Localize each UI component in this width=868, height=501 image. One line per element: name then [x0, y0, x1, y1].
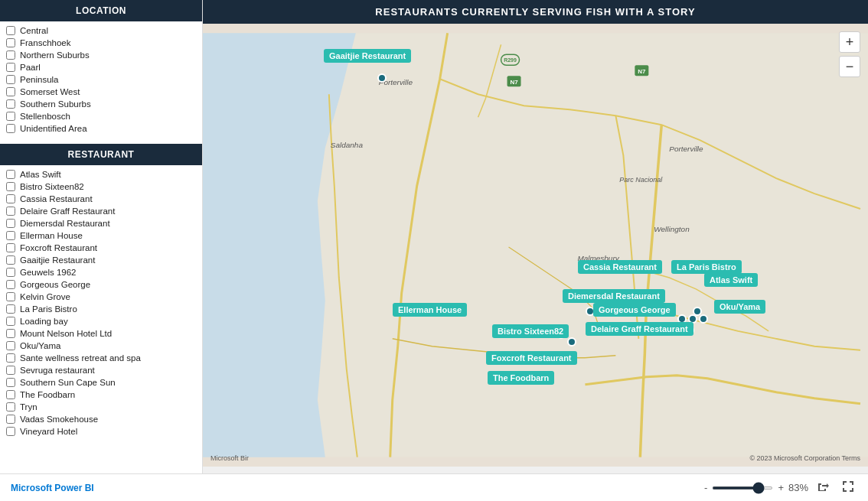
bottom-right-controls: - + 83%: [704, 479, 857, 496]
zoom-in-button[interactable]: +: [839, 31, 860, 53]
location-label-0: Central: [20, 26, 48, 35]
restaurant-item-4[interactable]: Diemersdal Restaurant: [6, 217, 196, 229]
restaurant-list: Atlas SwiftBistro Sixteen82Cassia Restau…: [0, 165, 202, 441]
dot7: [567, 337, 576, 346]
okuyama-label[interactable]: Oku/Yama: [714, 300, 765, 314]
restaurant-checkbox-17[interactable]: [6, 378, 15, 387]
restaurant-item-5[interactable]: Ellerman House: [6, 229, 196, 242]
restaurant-item-6[interactable]: Foxcroft Restaurant: [6, 242, 196, 254]
fullscreen-button[interactable]: [839, 479, 857, 496]
restaurant-item-1[interactable]: Bistro Sixteen82: [6, 181, 196, 193]
restaurant-checkbox-19[interactable]: [6, 402, 15, 412]
restaurant-checkbox-14[interactable]: [6, 341, 15, 350]
location-item-1[interactable]: Franschhoek: [6, 37, 196, 49]
restaurant-checkbox-4[interactable]: [6, 219, 15, 228]
delaire-label[interactable]: Delaire Graff Restaurant: [586, 322, 693, 336]
restaurant-item-21[interactable]: Vineyard Hotel: [6, 425, 196, 438]
restaurant-item-14[interactable]: Oku/Yama: [6, 340, 196, 352]
bistro-label[interactable]: Bistro Sixteen82: [492, 324, 569, 338]
location-checkbox-6[interactable]: [6, 99, 15, 109]
svg-text:Wellington: Wellington: [654, 225, 690, 233]
foxcroft-label[interactable]: Foxcroft Restaurant: [486, 351, 577, 365]
map-container: RESTAURANTS CURRENTLY SERVING FISH WITH …: [203, 0, 868, 473]
restaurant-item-2[interactable]: Cassia Restaurant: [6, 193, 196, 205]
location-item-2[interactable]: Northern Suburbs: [6, 49, 196, 61]
location-item-4[interactable]: Peninsula: [6, 73, 196, 86]
restaurant-checkbox-20[interactable]: [6, 415, 15, 424]
location-checkbox-0[interactable]: [6, 26, 15, 35]
cassia-label[interactable]: Cassia Restaurant: [578, 260, 662, 274]
restaurant-checkbox-10[interactable]: [6, 292, 15, 301]
restaurant-checkbox-3[interactable]: [6, 207, 15, 216]
restaurant-checkbox-7[interactable]: [6, 255, 15, 265]
restaurant-checkbox-5[interactable]: [6, 231, 15, 240]
restaurant-item-13[interactable]: Mount Nelson Hotel Ltd: [6, 327, 196, 340]
powerbi-link[interactable]: Microsoft Power BI: [11, 483, 94, 493]
restaurant-checkbox-6[interactable]: [6, 243, 15, 252]
restaurant-checkbox-8[interactable]: [6, 268, 15, 277]
atlasswift-label[interactable]: Atlas Swift: [704, 273, 758, 287]
location-header: LOCATION: [0, 0, 202, 21]
share-button[interactable]: [814, 479, 833, 496]
restaurant-checkbox-1[interactable]: [6, 182, 15, 191]
location-item-5[interactable]: Somerset West: [6, 86, 196, 98]
restaurant-item-7[interactable]: Gaaitjie Restaurant: [6, 254, 196, 266]
svg-text:Microsoft Bing: Microsoft Bing: [210, 454, 249, 462]
zoom-slider[interactable]: [712, 486, 773, 490]
location-item-8[interactable]: Unidentified Area: [6, 122, 196, 135]
location-checkbox-8[interactable]: [6, 124, 15, 133]
restaurant-checkbox-0[interactable]: [6, 170, 15, 179]
svg-text:N7: N7: [510, 79, 518, 86]
location-item-3[interactable]: Paarl: [6, 61, 196, 73]
restaurant-item-8[interactable]: Geuwels 1962: [6, 266, 196, 278]
restaurant-label-6: Foxcroft Restaurant: [20, 243, 97, 252]
restaurant-item-12[interactable]: Loading bay: [6, 315, 196, 327]
restaurant-item-16[interactable]: Sevruga restaurant: [6, 364, 196, 376]
restaurant-item-10[interactable]: Kelvin Grove: [6, 291, 196, 303]
location-checkbox-4[interactable]: [6, 75, 15, 84]
location-label-4: Peninsula: [20, 75, 59, 84]
location-item-0[interactable]: Central: [6, 24, 196, 37]
map-area[interactable]: N7 N7 R299 Porterville Saldanha Portervi…: [203, 24, 868, 467]
restaurant-label-4: Diemersdal Restaurant: [20, 219, 110, 228]
restaurant-checkbox-2[interactable]: [6, 194, 15, 203]
location-item-6[interactable]: Southern Suburbs: [6, 98, 196, 110]
restaurant-label-15: Sante wellness retreat and spa: [20, 353, 141, 363]
gorgeousgeorge-label[interactable]: Gorgeous George: [593, 303, 676, 317]
restaurant-checkbox-15[interactable]: [6, 353, 15, 363]
restaurant-checkbox-21[interactable]: [6, 427, 15, 436]
restaurant-checkbox-16[interactable]: [6, 366, 15, 375]
restaurant-item-11[interactable]: La Paris Bistro: [6, 303, 196, 315]
location-checkbox-1[interactable]: [6, 38, 15, 47]
ellerman-label[interactable]: Ellerman House: [393, 303, 467, 317]
restaurant-item-17[interactable]: Southern Sun Cape Sun: [6, 376, 196, 389]
dot3: [699, 314, 708, 324]
restaurant-item-20[interactable]: Vadas Smokehouse: [6, 413, 196, 425]
restaurant-checkbox-13[interactable]: [6, 329, 15, 338]
laparis-label[interactable]: La Paris Bistro: [671, 260, 742, 274]
restaurant-checkbox-18[interactable]: [6, 390, 15, 399]
restaurant-label-5: Ellerman House: [20, 231, 83, 240]
diemersdal-label[interactable]: Diemersdal Restaurant: [563, 289, 665, 303]
location-checkbox-3[interactable]: [6, 63, 15, 72]
restaurant-item-0[interactable]: Atlas Swift: [6, 168, 196, 181]
restaurant-item-3[interactable]: Delaire Graff Restaurant: [6, 205, 196, 217]
restaurant-header: RESTAURANT: [0, 144, 202, 165]
gaaitjie-label[interactable]: Gaaitjie Restaurant: [324, 49, 411, 63]
restaurant-checkbox-12[interactable]: [6, 317, 15, 326]
svg-text:R299: R299: [504, 57, 517, 63]
restaurant-checkbox-11[interactable]: [6, 304, 15, 314]
foodbarn-label[interactable]: The Foodbarn: [488, 371, 554, 385]
location-checkbox-2[interactable]: [6, 50, 15, 60]
restaurant-label-3: Delaire Graff Restaurant: [20, 207, 115, 216]
location-label-2: Northern Suburbs: [20, 50, 90, 60]
location-checkbox-7[interactable]: [6, 112, 15, 121]
restaurant-item-15[interactable]: Sante wellness retreat and spa: [6, 352, 196, 364]
restaurant-item-18[interactable]: The Foodbarn: [6, 389, 196, 401]
location-checkbox-5[interactable]: [6, 87, 15, 96]
restaurant-checkbox-9[interactable]: [6, 280, 15, 289]
zoom-out-button[interactable]: −: [839, 56, 860, 77]
restaurant-item-19[interactable]: Tryn: [6, 401, 196, 413]
location-item-7[interactable]: Stellenbosch: [6, 110, 196, 122]
restaurant-item-9[interactable]: Gorgeous George: [6, 278, 196, 291]
